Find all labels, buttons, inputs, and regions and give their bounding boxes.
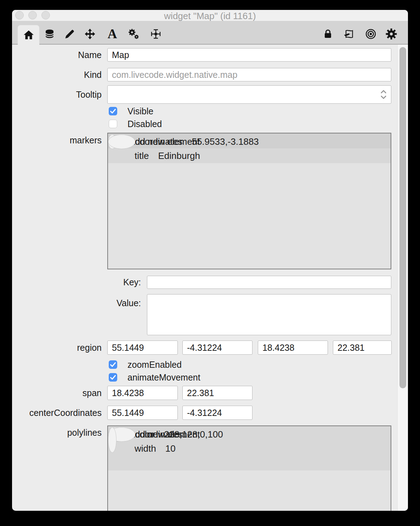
gear-icon [385,28,397,40]
pair-value: 55.9533,-3.1883 [192,136,259,147]
name-input[interactable] [108,48,391,61]
markers-listbox: + Add new element ▼ 4 coordinates 55.953… [107,133,391,269]
value-textarea[interactable] [147,295,391,335]
database-icon [44,28,55,40]
list-empty-row [108,427,117,453]
target-icon [365,28,376,40]
vertical-scrollbar-thumb[interactable] [399,47,406,388]
titlebar[interactable]: widget "Map" (id 1161) [12,10,408,21]
zoom-enabled-label: zoomEnabled [127,359,182,370]
home-icon [23,29,34,41]
pair-key: color [135,429,155,440]
pair-value: Edinburgh [158,150,200,161]
tooltip-label: Tooltip [31,89,102,100]
center-coordinates-field-2 [182,406,252,420]
script-edit-icon [343,28,354,40]
kind-label: Kind [31,69,102,80]
polylines-label: polylines [31,427,102,438]
tooltip-field-wrap [107,85,391,104]
stepper-icon[interactable] [380,89,387,100]
key-field-wrap [147,276,391,289]
gears-icon [127,28,140,40]
span-input-2[interactable] [183,386,252,400]
settings-button[interactable] [385,28,397,40]
zoom-enabled-checkbox[interactable] [109,360,117,369]
span-field-1 [107,386,178,400]
move-icon [84,28,96,40]
list-pair-row[interactable]: width 10 [108,441,391,456]
pair-key: width [135,443,156,454]
polylines-listbox: + Add new element ▼ 1 ▶ coordinates widt… [107,425,391,511]
lock-button[interactable] [322,28,334,40]
markers-label: markers [31,135,102,146]
tab-text[interactable]: A [106,28,118,40]
animate-movement-label: animateMovement [127,372,200,383]
span-input-1[interactable] [108,386,177,400]
check-icon [109,373,117,382]
name-field-wrap [107,48,391,62]
disabled-checkbox[interactable] [109,120,117,128]
property-inspector-window: widget "Map" (id 1161) [12,10,408,511]
visible-label: Visible [127,105,153,117]
geometry-icon [150,28,161,40]
key-label: Key: [70,276,141,288]
pair-value: 10 [165,443,176,454]
tab-data[interactable] [44,28,56,40]
text-icon: A [108,28,117,40]
span-field-2 [182,386,252,400]
tab-advanced[interactable] [127,28,140,40]
vertical-scrollbar-track[interactable] [397,45,408,511]
pair-value: 228,128,0,100 [164,429,223,440]
tab-position[interactable] [84,28,96,40]
list-pair-row[interactable]: title Edinburgh [108,148,391,163]
value-label: Value: [70,297,141,309]
list-empty-row [108,456,391,470]
region-field-3 [258,341,328,355]
check-icon [109,107,117,115]
select-target-button[interactable] [365,28,377,40]
region-field-2 [182,341,252,355]
center-coordinates-input-2[interactable] [183,406,252,419]
list-pair-row[interactable]: coordinates 55.9533,-3.1883 [108,135,135,149]
region-input-4[interactable] [333,341,391,354]
visible-checkbox[interactable] [109,107,117,115]
lock-icon [322,28,334,40]
tooltip-input[interactable] [108,86,391,103]
value-field-wrap [147,294,391,335]
region-label: region [31,342,102,353]
pencil-icon [64,28,75,40]
region-input-2[interactable] [183,341,252,354]
region-input-1[interactable] [108,341,177,354]
animate-movement-checkbox[interactable] [109,373,117,382]
region-field-1 [107,341,178,355]
kind-field-wrap [107,68,391,81]
region-field-4 [333,341,392,355]
tab-basic-properties[interactable] [18,25,39,45]
pair-key: title [135,150,149,161]
tab-custom-properties[interactable] [64,28,76,40]
name-label: Name [31,49,102,61]
span-label: span [31,387,102,399]
key-input[interactable] [147,276,391,288]
inspector-toolbar: A [12,21,408,45]
tab-geometry[interactable] [150,28,162,40]
region-input-3[interactable] [258,341,328,354]
center-coordinates-field-1 [107,406,178,420]
pair-key: coordinates [135,136,182,147]
disabled-label: Disabled [127,118,162,130]
window-title: widget "Map" (id 1161) [12,10,408,21]
center-coordinates-label: centerCoordinates [23,407,102,418]
center-coordinates-input-1[interactable] [108,406,177,419]
edit-script-button[interactable] [343,28,355,40]
kind-input[interactable] [108,68,391,81]
check-icon [109,360,117,369]
inspector-content: Name Kind Tooltip Visible Disabled [12,45,408,511]
